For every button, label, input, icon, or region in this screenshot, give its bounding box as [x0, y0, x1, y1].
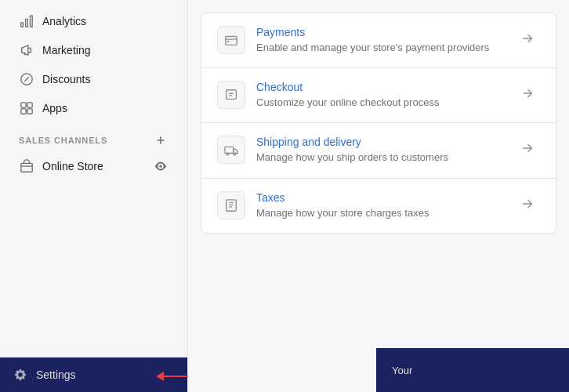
sales-channels-section: Sales Channels: [0, 123, 187, 151]
svg-rect-9: [226, 37, 237, 45]
svg-rect-14: [227, 199, 237, 210]
discounts-icon: [19, 71, 34, 87]
taxes-title[interactable]: Taxes: [256, 191, 506, 204]
checkout-title[interactable]: Checkout: [256, 81, 506, 93]
taxes-icon: [217, 191, 245, 220]
svg-rect-11: [225, 147, 234, 154]
analytics-icon: [19, 13, 34, 29]
bottom-bar: Your: [376, 348, 569, 392]
sidebar-nav: Analytics Marketing Discounts: [0, 0, 187, 357]
sales-channels-label: Sales Channels: [19, 136, 107, 145]
shipping-desc: Manage how you ship orders to customers: [256, 151, 506, 165]
payments-icon: [217, 26, 245, 54]
online-store-icon: [19, 158, 34, 174]
sidebar: Analytics Marketing Discounts: [0, 0, 188, 392]
payments-left: Payments Enable and manage your store's …: [217, 26, 506, 55]
checkout-icon: [217, 81, 245, 109]
sidebar-item-discounts[interactable]: Discounts: [6, 65, 181, 93]
svg-rect-2: [31, 16, 33, 27]
taxes-text: Taxes Manage how your store charges taxe…: [256, 191, 506, 220]
settings-row-taxes[interactable]: Taxes Manage how your store charges taxe…: [201, 179, 556, 233]
sidebar-item-online-store-label: Online Store: [42, 160, 103, 172]
online-store-view-icon[interactable]: [153, 158, 169, 174]
svg-rect-5: [27, 103, 32, 107]
taxes-action-icon: [515, 191, 540, 216]
marketing-icon: [19, 42, 34, 58]
settings-label: Settings: [36, 368, 76, 381]
shipping-title[interactable]: Shipping and delivery: [256, 136, 506, 148]
shipping-left: Shipping and delivery Manage how you shi…: [217, 136, 506, 165]
sidebar-item-discounts-label: Discounts: [42, 73, 90, 85]
payments-text: Payments Enable and manage your store's …: [256, 26, 506, 55]
settings-row-shipping[interactable]: Shipping and delivery Manage how you shi…: [201, 123, 556, 178]
sidebar-item-marketing[interactable]: Marketing: [6, 36, 181, 64]
taxes-desc: Manage how your store charges taxes: [256, 206, 506, 220]
bottom-bar-text: Your: [392, 365, 412, 376]
settings-row-payments[interactable]: Payments Enable and manage your store's …: [201, 13, 556, 68]
payments-action-icon: [515, 26, 540, 51]
settings-gear-icon: [13, 367, 28, 383]
svg-rect-6: [21, 109, 26, 114]
svg-rect-10: [227, 41, 230, 42]
shipping-action-icon: [515, 136, 540, 161]
payments-desc: Enable and manage your store's payment p…: [256, 41, 506, 55]
online-store-left: Online Store: [19, 158, 103, 174]
checkout-text: Checkout Customize your online checkout …: [256, 81, 506, 110]
apps-icon: [19, 100, 34, 116]
checkout-action-icon: [515, 81, 540, 106]
taxes-left: Taxes Manage how your store charges taxe…: [217, 191, 506, 220]
arrow-head: [156, 372, 164, 381]
svg-rect-1: [26, 19, 28, 27]
add-sales-channel-icon[interactable]: [153, 132, 169, 148]
settings-row-checkout[interactable]: Checkout Customize your online checkout …: [201, 68, 556, 123]
checkout-left: Checkout Customize your online checkout …: [217, 81, 506, 110]
sidebar-item-online-store[interactable]: Online Store: [6, 152, 181, 180]
svg-rect-8: [21, 163, 32, 172]
sidebar-item-analytics-label: Analytics: [42, 15, 86, 27]
svg-rect-0: [21, 23, 24, 27]
payments-title[interactable]: Payments: [256, 26, 506, 38]
shipping-text: Shipping and delivery Manage how you shi…: [256, 136, 506, 165]
settings-card: Payments Enable and manage your store's …: [201, 13, 556, 234]
sidebar-item-apps-label: Apps: [42, 102, 67, 114]
svg-rect-4: [21, 103, 26, 107]
svg-point-12: [227, 153, 229, 155]
shipping-icon: [217, 136, 245, 164]
sidebar-item-marketing-label: Marketing: [42, 44, 90, 56]
sidebar-item-analytics[interactable]: Analytics: [6, 7, 181, 35]
svg-point-13: [234, 153, 236, 155]
sidebar-item-apps[interactable]: Apps: [6, 94, 181, 122]
main-content: Payments Enable and manage your store's …: [188, 0, 569, 392]
checkout-desc: Customize your online checkout process: [256, 96, 506, 110]
svg-rect-7: [27, 109, 32, 114]
main-area: Payments Enable and manage your store's …: [188, 0, 569, 392]
